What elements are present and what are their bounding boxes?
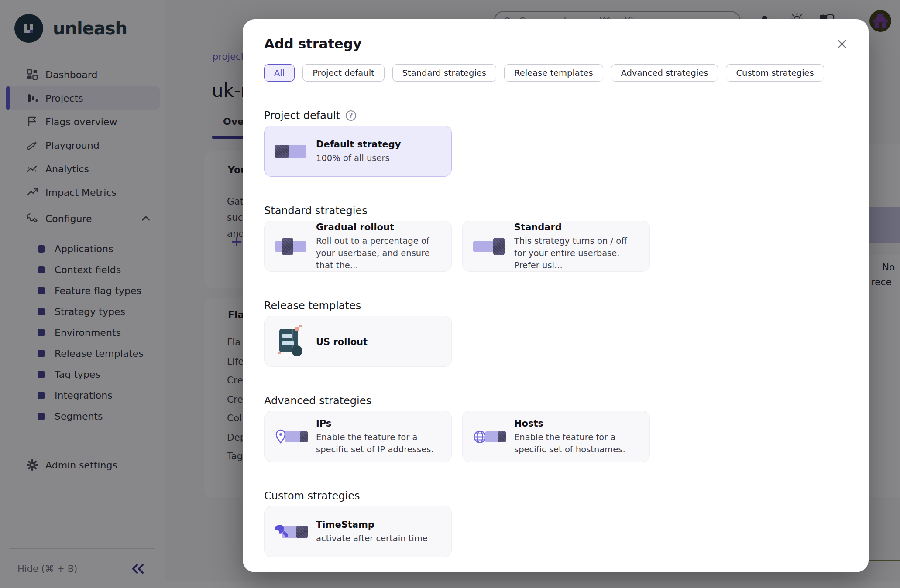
strategy-description: Enable the feature for a specific set of… — [514, 431, 641, 456]
strategy-title: TimeStamp — [316, 520, 443, 530]
strategy-title: IPs — [316, 418, 443, 429]
section-heading-label: Release templates — [264, 300, 361, 312]
add-strategy-modal: Add strategy All Project default Standar… — [243, 19, 869, 572]
strategy-title: Default strategy — [316, 139, 443, 150]
section-heading-label: Custom strategies — [264, 490, 360, 502]
modal-title: Add strategy — [264, 36, 848, 51]
section-heading-label: Advanced strategies — [264, 395, 371, 407]
rollout-slider-icon — [473, 238, 505, 255]
strategy-title: Hosts — [514, 418, 641, 429]
help-icon[interactable]: ? — [346, 110, 356, 121]
filter-chip-advanced-strategies[interactable]: Advanced strategies — [611, 64, 718, 82]
strategy-description: 100% of all users — [316, 152, 443, 164]
section-heading-custom-strategies: Custom strategies — [264, 490, 848, 502]
app-window: unleash Dashboard Projects — [0, 0, 900, 588]
filter-chip-custom-strategies[interactable]: Custom strategies — [726, 64, 824, 82]
strategy-description: This strategy turns on / off for your en… — [514, 235, 641, 272]
strategy-filter-chips: All Project default Standard strategies … — [264, 64, 848, 82]
filter-chip-project-default[interactable]: Project default — [302, 64, 385, 82]
release-template-icon — [275, 327, 304, 356]
close-icon[interactable] — [835, 38, 848, 51]
rollout-bar-icon — [275, 143, 306, 160]
section-heading-label: Standard strategies — [264, 205, 368, 217]
section-heading-advanced-strategies: Advanced strategies — [264, 395, 848, 407]
strategy-card-ips[interactable]: IPs Enable the feature for a specific se… — [264, 411, 452, 462]
filter-chip-all[interactable]: All — [264, 64, 295, 82]
section-heading-standard-strategies: Standard strategies — [264, 205, 848, 217]
strategy-card-gradual-rollout[interactable]: Gradual rollout Roll out to a percentage… — [264, 221, 452, 272]
strategy-card-default-strategy[interactable]: Default strategy 100% of all users — [264, 126, 452, 177]
custom-wrench-icon — [275, 523, 309, 540]
strategy-title: Gradual rollout — [316, 222, 443, 232]
section-heading-release-templates: Release templates — [264, 300, 848, 312]
globe-icon — [473, 428, 507, 445]
filter-chip-standard-strategies[interactable]: Standard strategies — [392, 64, 496, 82]
rollout-slider-icon — [275, 238, 306, 255]
strategy-description: activate after certain time — [316, 533, 443, 545]
strategy-description: Roll out to a percentage of your userbas… — [316, 235, 443, 272]
section-heading-project-default: Project default ? — [264, 109, 848, 122]
section-heading-label: Project default — [264, 109, 340, 122]
ip-pin-icon — [275, 428, 309, 445]
strategy-card-hosts[interactable]: Hosts Enable the feature for a specific … — [462, 411, 650, 462]
template-card-us-rollout[interactable]: US rollout — [264, 316, 452, 367]
strategy-card-standard[interactable]: Standard This strategy turns on / off fo… — [462, 221, 650, 272]
filter-chip-release-templates[interactable]: Release templates — [504, 64, 603, 82]
strategy-card-timestamp[interactable]: TimeStamp activate after certain time — [264, 506, 452, 557]
template-title: US rollout — [316, 337, 443, 347]
strategy-title: Standard — [514, 222, 641, 232]
strategy-description: Enable the feature for a specific set of… — [316, 431, 443, 456]
